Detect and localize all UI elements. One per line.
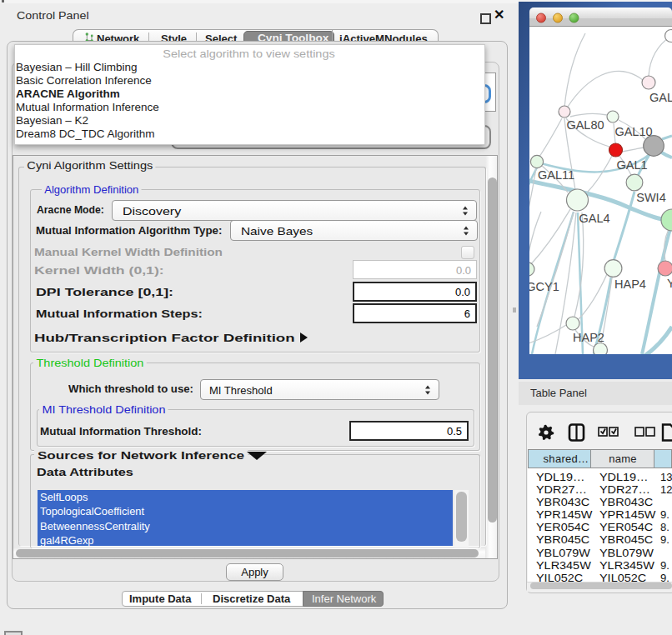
svg-text:GAL4: GAL4 [579, 212, 609, 225]
svg-text:GAL80: GAL80 [566, 118, 604, 132]
svg-text:GAL10: GAL10 [614, 125, 652, 138]
svg-text:HAP2: HAP2 [573, 331, 604, 344]
svg-text:GAL1: GAL1 [616, 158, 647, 172]
svg-text:HAP4: HAP4 [614, 278, 646, 291]
svg-text:SWI4: SWI4 [636, 191, 665, 204]
svg-text:GAL7: GAL7 [649, 91, 672, 104]
svg-text:GAL11: GAL11 [538, 168, 574, 182]
svg-text:YH: YH [667, 277, 672, 290]
svg-text:GCY1: GCY1 [526, 280, 559, 293]
